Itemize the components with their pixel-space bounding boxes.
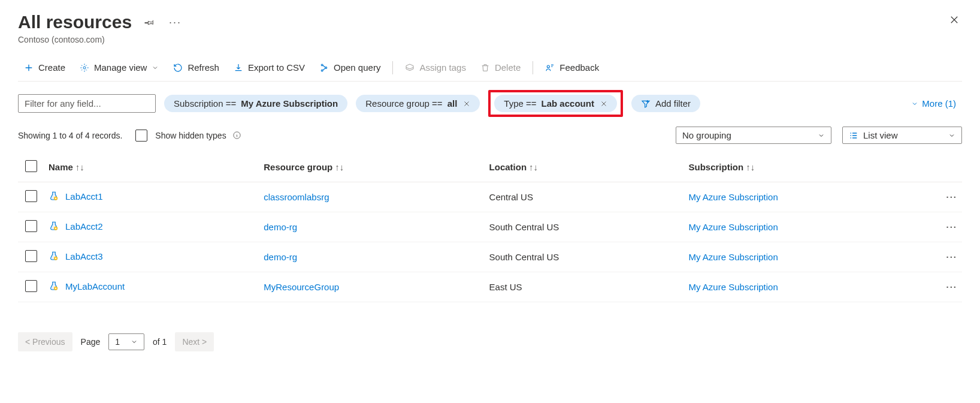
show-hidden-label: Show hidden types: [155, 131, 226, 140]
select-all-checkbox[interactable]: [25, 160, 37, 172]
resource-name-link[interactable]: LabAcct3: [65, 251, 103, 261]
row-more-icon[interactable]: ···: [932, 272, 962, 302]
lab-account-icon: [49, 251, 59, 261]
resource-group-link[interactable]: classroomlabsrg: [264, 192, 329, 202]
resource-group-link[interactable]: demo-rg: [264, 252, 297, 262]
pin-icon[interactable]: [141, 14, 157, 30]
svg-point-0: [83, 67, 86, 69]
sort-icon: ↑↓: [527, 162, 538, 172]
page-label: Page: [81, 337, 101, 347]
feedback-button[interactable]: Feedback: [539, 59, 605, 76]
pill-field: Type ==: [504, 98, 536, 109]
separator: [392, 61, 393, 74]
delete-label: Delete: [495, 62, 521, 73]
export-csv-button[interactable]: Export to CSV: [228, 59, 311, 76]
close-icon[interactable]: [462, 100, 470, 107]
delete-button: Delete: [474, 59, 527, 76]
refresh-button[interactable]: Refresh: [167, 59, 225, 76]
page-select[interactable]: 1: [108, 333, 144, 350]
view-mode-select[interactable]: List view: [842, 127, 962, 144]
table-row: LabAcct2 demo-rg South Central US My Azu…: [18, 212, 962, 242]
resource-name-link[interactable]: MyLabAccount: [65, 281, 125, 291]
row-checkbox[interactable]: [25, 190, 37, 202]
close-icon[interactable]: [946, 12, 962, 28]
sort-icon: ↑↓: [332, 162, 344, 172]
table-row: LabAcct1 classroomlabsrg Central US My A…: [18, 182, 962, 212]
pagination: < Previous Page 1 of 1 Next >: [18, 332, 962, 351]
page-total: of 1: [153, 337, 167, 347]
show-hidden-checkbox[interactable]: [135, 130, 147, 142]
more-icon[interactable]: ···: [167, 14, 184, 31]
lab-account-icon: [49, 281, 59, 291]
filter-input[interactable]: [18, 94, 156, 113]
open-query-label: Open query: [334, 62, 380, 73]
records-count: Showing 1 to 4 of 4 records.: [18, 131, 122, 140]
sort-icon: ↑↓: [73, 162, 84, 172]
close-icon[interactable]: [599, 100, 607, 107]
previous-page-button: < Previous: [18, 332, 72, 351]
col-name[interactable]: Name↑↓: [44, 152, 259, 182]
assign-tags-button: Assign tags: [399, 59, 472, 76]
page-title: All resources: [18, 12, 132, 32]
resources-table: Name↑↓ Resource group↑↓ Location↑↓ Subsc…: [18, 152, 962, 302]
table-row: LabAcct3 demo-rg South Central US My Azu…: [18, 242, 962, 272]
row-more-icon[interactable]: ···: [932, 182, 962, 212]
info-icon[interactable]: [232, 131, 241, 140]
create-label: Create: [38, 62, 65, 73]
highlighted-filter: Type == Lab account: [488, 90, 623, 117]
row-checkbox[interactable]: [25, 250, 37, 262]
export-csv-label: Export to CSV: [248, 62, 305, 73]
subscription-link[interactable]: My Azure Subscription: [689, 222, 778, 232]
filter-bar: Subscription == My Azure Subscription Re…: [18, 90, 962, 117]
col-resource-group[interactable]: Resource group↑↓: [259, 152, 484, 182]
location-cell: Central US: [485, 182, 684, 212]
grouping-value: No grouping: [682, 130, 731, 140]
pill-value: all: [447, 98, 458, 109]
row-checkbox[interactable]: [25, 280, 37, 292]
pill-field: Subscription ==: [174, 98, 236, 109]
list-icon: [849, 131, 858, 140]
more-filters-label: More (1): [922, 98, 956, 109]
sort-icon: ↑↓: [743, 162, 755, 172]
subscription-link[interactable]: My Azure Subscription: [689, 282, 778, 292]
resource-group-link[interactable]: demo-rg: [264, 222, 297, 232]
svg-point-4: [548, 65, 550, 68]
svg-point-2: [325, 67, 327, 68]
filter-pill-subscription[interactable]: Subscription == My Azure Subscription: [164, 95, 347, 112]
more-filters-link[interactable]: More (1): [911, 98, 962, 109]
svg-point-1: [321, 64, 323, 66]
grouping-select[interactable]: No grouping: [676, 127, 831, 144]
row-more-icon[interactable]: ···: [932, 242, 962, 272]
row-more-icon[interactable]: ···: [932, 212, 962, 242]
resource-name-link[interactable]: LabAcct1: [65, 191, 103, 202]
svg-point-3: [321, 70, 323, 71]
assign-tags-label: Assign tags: [419, 62, 466, 73]
filter-pill-resource-group[interactable]: Resource group == all: [356, 95, 480, 112]
filter-pill-type[interactable]: Type == Lab account: [494, 95, 617, 112]
manage-view-button[interactable]: Manage view: [74, 59, 165, 76]
pill-value: Lab account: [542, 98, 594, 109]
command-bar: Create Manage view Refresh Export to CSV…: [18, 54, 962, 82]
feedback-label: Feedback: [559, 62, 599, 73]
next-page-button: Next >: [175, 332, 214, 351]
subscription-link[interactable]: My Azure Subscription: [689, 192, 778, 202]
col-location[interactable]: Location↑↓: [485, 152, 684, 182]
refresh-label: Refresh: [187, 62, 219, 73]
view-mode-value: List view: [863, 130, 898, 140]
table-row: MyLabAccount MyResourceGroup East US My …: [18, 272, 962, 302]
open-query-button[interactable]: Open query: [313, 59, 386, 76]
add-filter-label: Add filter: [655, 98, 691, 109]
create-button[interactable]: Create: [18, 59, 71, 76]
add-filter-button[interactable]: Add filter: [631, 95, 700, 112]
resource-name-link[interactable]: LabAcct2: [65, 221, 103, 231]
location-cell: South Central US: [485, 242, 684, 272]
resource-group-link[interactable]: MyResourceGroup: [264, 282, 339, 292]
manage-view-label: Manage view: [94, 62, 147, 73]
lab-account-icon: [49, 191, 59, 202]
col-subscription[interactable]: Subscription↑↓: [684, 152, 932, 182]
subscription-link[interactable]: My Azure Subscription: [689, 252, 778, 262]
location-cell: East US: [485, 272, 684, 302]
pill-value: My Azure Subscription: [241, 98, 338, 109]
row-checkbox[interactable]: [25, 220, 37, 232]
pill-field: Resource group ==: [365, 98, 442, 109]
